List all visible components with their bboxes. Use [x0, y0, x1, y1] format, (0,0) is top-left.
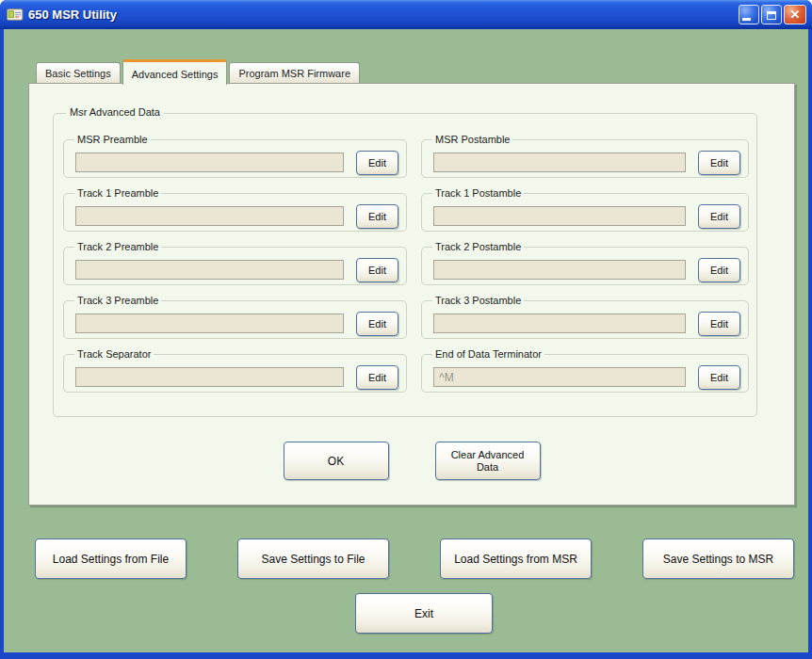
ok-button[interactable]: OK	[284, 442, 389, 480]
field-label: Track 2 Postamble	[432, 241, 524, 252]
field-track-2-postamble: Track 2 Postamble Edit	[421, 247, 749, 285]
save-settings-to-msr-button[interactable]: Save Settings to MSR	[642, 538, 794, 579]
field-label: Track 3 Postamble	[432, 295, 524, 306]
field-track-separator: Track Separator Edit	[63, 354, 407, 393]
maximize-button[interactable]	[761, 5, 782, 24]
dialog-actions: OK Clear Advanced Data	[29, 442, 794, 480]
field-label: MSR Postamble	[432, 134, 512, 145]
clear-advanced-data-button[interactable]: Clear Advanced Data	[435, 442, 541, 480]
settings-buttons-row: Load Settings from File Save Settings to…	[35, 538, 794, 579]
close-button[interactable]: ✕	[784, 5, 806, 24]
save-settings-to-file-button[interactable]: Save Settings to File	[237, 538, 389, 579]
close-icon: ✕	[790, 8, 801, 21]
tab-bar: Basic Settings Advanced Settings Program…	[36, 58, 360, 84]
app-window: 650 MSR Utility ✕ Basic Settings Advance…	[0, 0, 812, 659]
maximize-icon	[767, 11, 776, 20]
field-label: Track 1 Preamble	[74, 187, 161, 199]
msr-preamble-input[interactable]	[75, 153, 344, 172]
field-msr-preamble: MSR Preamble Edit	[63, 139, 407, 178]
field-msr-postamble: MSR Postamble Edit	[421, 139, 749, 178]
track-3-postamble-input[interactable]	[433, 313, 686, 333]
track-3-preamble-input[interactable]	[75, 313, 344, 333]
track-3-preamble-edit-button[interactable]: Edit	[356, 312, 398, 336]
msr-postamble-input[interactable]	[433, 153, 686, 172]
field-track-2-preamble: Track 2 Preamble Edit	[63, 247, 407, 285]
end-of-data-terminator-edit-button[interactable]: Edit	[698, 365, 740, 390]
tab-program-msr-firmware[interactable]: Program MSR Firmware	[229, 62, 360, 83]
advanced-settings-panel: Msr Advanced Data MSR Preamble Edit MSR …	[28, 83, 795, 506]
field-label: Track 2 Preamble	[74, 241, 161, 252]
tab-basic-settings[interactable]: Basic Settings	[36, 62, 121, 83]
track-1-preamble-edit-button[interactable]: Edit	[356, 204, 398, 229]
load-settings-from-msr-button[interactable]: Load Settings from MSR	[440, 538, 592, 579]
field-track-3-preamble: Track 3 Preamble Edit	[63, 300, 407, 339]
track-separator-edit-button[interactable]: Edit	[356, 365, 398, 390]
track-2-postamble-input[interactable]	[433, 260, 686, 280]
field-label: End of Data Terminator	[432, 348, 544, 360]
track-1-postamble-edit-button[interactable]: Edit	[698, 204, 740, 229]
end-of-data-terminator-input[interactable]	[433, 367, 686, 387]
msr-postamble-edit-button[interactable]: Edit	[698, 151, 740, 175]
exit-button[interactable]: Exit	[355, 593, 493, 634]
window-controls: ✕	[739, 5, 806, 24]
field-label: MSR Preamble	[74, 134, 151, 145]
minimize-button[interactable]	[739, 5, 759, 24]
fields-grid: MSR Preamble Edit MSR Postamble Edit Tra…	[63, 139, 749, 393]
track-1-preamble-input[interactable]	[75, 206, 344, 226]
app-card-icon	[7, 8, 24, 22]
field-label: Track 3 Preamble	[74, 295, 161, 306]
group-title: Msr Advanced Data	[66, 106, 164, 118]
tab-advanced-settings[interactable]: Advanced Settings	[122, 59, 228, 85]
msr-advanced-data-group: Msr Advanced Data MSR Preamble Edit MSR …	[53, 113, 757, 417]
field-track-1-postamble: Track 1 Postamble Edit	[421, 193, 749, 232]
field-end-of-data-terminator: End of Data Terminator Edit	[421, 354, 749, 393]
field-track-1-preamble: Track 1 Preamble Edit	[63, 193, 407, 232]
load-settings-from-file-button[interactable]: Load Settings from File	[35, 538, 187, 579]
minimize-icon	[742, 18, 751, 21]
track-1-postamble-input[interactable]	[433, 206, 686, 226]
client-area: Basic Settings Advanced Settings Program…	[4, 29, 808, 652]
track-2-postamble-edit-button[interactable]: Edit	[698, 258, 740, 282]
title-bar[interactable]: 650 MSR Utility ✕	[0, 0, 812, 29]
field-label: Track Separator	[74, 348, 154, 360]
track-2-preamble-edit-button[interactable]: Edit	[356, 258, 398, 282]
field-track-3-postamble: Track 3 Postamble Edit	[421, 300, 749, 339]
msr-preamble-edit-button[interactable]: Edit	[356, 151, 398, 175]
field-label: Track 1 Postamble	[432, 187, 524, 199]
track-3-postamble-edit-button[interactable]: Edit	[698, 312, 740, 336]
track-separator-input[interactable]	[75, 367, 344, 387]
track-2-preamble-input[interactable]	[75, 260, 344, 280]
window-title: 650 MSR Utility	[28, 8, 739, 22]
